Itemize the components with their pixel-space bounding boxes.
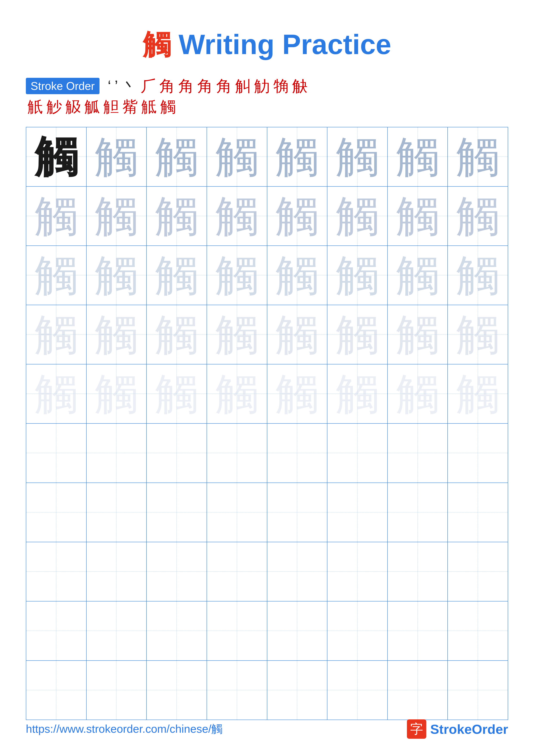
title-text: Writing Practice bbox=[171, 29, 391, 60]
grid-cell-r1c5[interactable]: 觸 bbox=[267, 127, 328, 186]
stroke-order-section: Stroke Order ‘ ’ 丶 ⺁ ⻆ ⻆ ⻆ ⻆ 觓 觔 觕 觖 觗 觘… bbox=[0, 77, 534, 116]
stroke-step-8: ⻆ bbox=[216, 77, 232, 95]
grid-cell-r6c5[interactable] bbox=[267, 424, 328, 482]
practice-char: 觸 bbox=[95, 313, 138, 356]
grid-cell-r9c1[interactable] bbox=[26, 602, 87, 660]
grid-cell-r8c4[interactable] bbox=[207, 542, 267, 601]
grid-cell-r10c4[interactable] bbox=[207, 661, 267, 719]
grid-cell-r6c1[interactable] bbox=[26, 424, 87, 482]
grid-cell-r10c6[interactable] bbox=[327, 661, 388, 719]
grid-cell-r3c8[interactable]: 觸 bbox=[448, 246, 508, 305]
grid-cell-r8c1[interactable] bbox=[26, 542, 87, 601]
grid-cell-r9c8[interactable] bbox=[448, 602, 508, 660]
grid-cell-r3c5[interactable]: 觸 bbox=[267, 246, 328, 305]
grid-cell-r8c2[interactable] bbox=[87, 542, 147, 601]
grid-cell-r9c4[interactable] bbox=[207, 602, 267, 660]
grid-cell-r4c8[interactable]: 觸 bbox=[448, 305, 508, 364]
grid-cell-r7c8[interactable] bbox=[448, 483, 508, 542]
grid-cell-r9c2[interactable] bbox=[87, 602, 147, 660]
grid-cell-r9c5[interactable] bbox=[267, 602, 328, 660]
grid-cell-r9c7[interactable] bbox=[388, 602, 448, 660]
grid-cell-r8c3[interactable] bbox=[147, 542, 207, 601]
practice-char: 觸 bbox=[275, 194, 318, 237]
grid-row-4: 觸 觸 觸 觸 觸 觸 觸 觸 bbox=[26, 305, 508, 364]
grid-cell-r1c7[interactable]: 觸 bbox=[388, 127, 448, 186]
title-character: 觸 bbox=[143, 29, 171, 60]
grid-cell-r5c3[interactable]: 觸 bbox=[147, 364, 207, 423]
grid-cell-r7c2[interactable] bbox=[87, 483, 147, 542]
grid-cell-r8c8[interactable] bbox=[448, 542, 508, 601]
grid-cell-r3c1[interactable]: 觸 bbox=[26, 246, 87, 305]
grid-cell-r8c5[interactable] bbox=[267, 542, 328, 601]
footer-url[interactable]: https://www.strokeorder.com/chinese/觸 bbox=[26, 721, 222, 737]
grid-cell-r2c6[interactable]: 觸 bbox=[327, 187, 388, 245]
grid-cell-r4c1[interactable]: 觸 bbox=[26, 305, 87, 364]
practice-char: 觸 bbox=[336, 313, 379, 356]
grid-cell-r4c5[interactable]: 觸 bbox=[267, 305, 328, 364]
grid-cell-r5c6[interactable]: 觸 bbox=[327, 364, 388, 423]
grid-cell-r6c2[interactable] bbox=[87, 424, 147, 482]
practice-char: 觸 bbox=[275, 254, 318, 297]
grid-cell-r6c3[interactable] bbox=[147, 424, 207, 482]
grid-cell-r10c8[interactable] bbox=[448, 661, 508, 719]
grid-cell-r10c3[interactable] bbox=[147, 661, 207, 719]
grid-cell-r4c7[interactable]: 觸 bbox=[388, 305, 448, 364]
grid-cell-r5c1[interactable]: 觸 bbox=[26, 364, 87, 423]
grid-cell-r2c4[interactable]: 觸 bbox=[207, 187, 267, 245]
grid-cell-r4c4[interactable]: 觸 bbox=[207, 305, 267, 364]
grid-cell-r4c2[interactable]: 觸 bbox=[87, 305, 147, 364]
grid-cell-r7c7[interactable] bbox=[388, 483, 448, 542]
grid-cell-r7c4[interactable] bbox=[207, 483, 267, 542]
grid-cell-r6c7[interactable] bbox=[388, 424, 448, 482]
grid-cell-r10c2[interactable] bbox=[87, 661, 147, 719]
practice-char: 觸 bbox=[396, 135, 439, 178]
grid-cell-r1c8[interactable]: 觸 bbox=[448, 127, 508, 186]
grid-cell-r7c1[interactable] bbox=[26, 483, 87, 542]
grid-cell-r1c4[interactable]: 觸 bbox=[207, 127, 267, 186]
practice-char: 觸 bbox=[336, 194, 379, 237]
grid-cell-r1c6[interactable]: 觸 bbox=[327, 127, 388, 186]
grid-cell-r3c6[interactable]: 觸 bbox=[327, 246, 388, 305]
practice-char: 觸 bbox=[396, 254, 439, 297]
grid-cell-r4c3[interactable]: 觸 bbox=[147, 305, 207, 364]
grid-cell-r8c6[interactable] bbox=[327, 542, 388, 601]
grid-cell-r5c5[interactable]: 觸 bbox=[267, 364, 328, 423]
grid-cell-r5c7[interactable]: 觸 bbox=[388, 364, 448, 423]
grid-cell-r7c5[interactable] bbox=[267, 483, 328, 542]
grid-cell-r2c3[interactable]: 觸 bbox=[147, 187, 207, 245]
grid-cell-r2c1[interactable]: 觸 bbox=[26, 187, 87, 245]
grid-cell-r1c2[interactable]: 觸 bbox=[87, 127, 147, 186]
grid-cell-r6c4[interactable] bbox=[207, 424, 267, 482]
grid-cell-r10c1[interactable] bbox=[26, 661, 87, 719]
practice-char: 觸 bbox=[216, 135, 259, 178]
grid-cell-r3c3[interactable]: 觸 bbox=[147, 246, 207, 305]
grid-cell-r3c7[interactable]: 觸 bbox=[388, 246, 448, 305]
grid-cell-r3c4[interactable]: 觸 bbox=[207, 246, 267, 305]
grid-cell-r5c8[interactable]: 觸 bbox=[448, 364, 508, 423]
grid-cell-r1c1[interactable]: 觸 bbox=[26, 127, 87, 186]
grid-cell-r3c2[interactable]: 觸 bbox=[87, 246, 147, 305]
grid-cell-r2c2[interactable]: 觸 bbox=[87, 187, 147, 245]
grid-row-8 bbox=[26, 542, 508, 602]
grid-cell-r1c3[interactable]: 觸 bbox=[147, 127, 207, 186]
grid-cell-r5c2[interactable]: 觸 bbox=[87, 364, 147, 423]
practice-char: 觸 bbox=[95, 372, 138, 415]
grid-row-2: 觸 觸 觸 觸 觸 觸 觸 觸 bbox=[26, 187, 508, 246]
grid-cell-r5c4[interactable]: 觸 bbox=[207, 364, 267, 423]
practice-char: 觸 bbox=[155, 372, 198, 415]
stroke-step-13: 觗 bbox=[28, 97, 43, 116]
grid-cell-r6c6[interactable] bbox=[327, 424, 388, 482]
grid-cell-r8c7[interactable] bbox=[388, 542, 448, 601]
grid-cell-r4c6[interactable]: 觸 bbox=[327, 305, 388, 364]
grid-cell-r7c3[interactable] bbox=[147, 483, 207, 542]
grid-cell-r10c5[interactable] bbox=[267, 661, 328, 719]
grid-cell-r6c8[interactable] bbox=[448, 424, 508, 482]
grid-cell-r2c5[interactable]: 觸 bbox=[267, 187, 328, 245]
grid-cell-r2c7[interactable]: 觸 bbox=[388, 187, 448, 245]
grid-cell-r2c8[interactable]: 觸 bbox=[448, 187, 508, 245]
stroke-step-15: 觙 bbox=[65, 97, 81, 116]
grid-cell-r7c6[interactable] bbox=[327, 483, 388, 542]
grid-cell-r9c3[interactable] bbox=[147, 602, 207, 660]
grid-cell-r10c7[interactable] bbox=[388, 661, 448, 719]
grid-cell-r9c6[interactable] bbox=[327, 602, 388, 660]
